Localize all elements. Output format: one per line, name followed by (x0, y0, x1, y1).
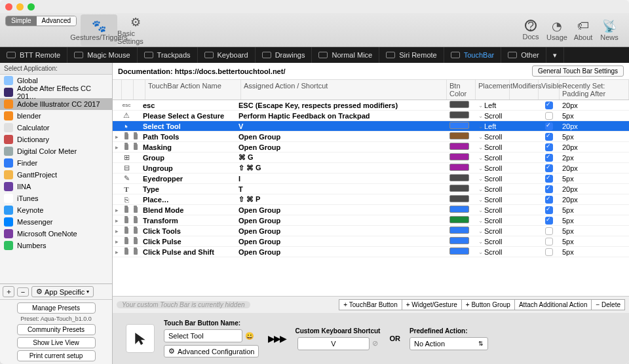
expand-toggle[interactable]: ▸ (113, 207, 122, 213)
row-visible[interactable] (539, 153, 560, 162)
expand-toggle[interactable]: ▸ (113, 249, 122, 255)
app-item[interactable]: iTunes (0, 192, 112, 204)
app-item[interactable]: Digital Color Meter (0, 145, 112, 157)
row-color[interactable] (447, 237, 476, 246)
table-row[interactable]: ⊟Ungroup⇧ ⌘ GScroll20px (113, 163, 629, 173)
table-row[interactable]: ▸Path ToolsOpen GroupScroll5px (113, 132, 629, 142)
app-item[interactable]: Adobe After Effects CC 201… (0, 86, 112, 98)
row-color[interactable] (447, 111, 476, 120)
table-row[interactable]: ▸Click ToolsOpen GroupScroll5px (113, 226, 629, 236)
add-touchbar-button[interactable]: + TouchBar Button (339, 299, 402, 310)
row-placement[interactable]: Scroll (476, 112, 510, 120)
row-placement[interactable]: Scroll (476, 227, 510, 235)
general-settings-button[interactable]: General Touch Bar Settings (532, 65, 624, 77)
device-tab-keyboard[interactable]: Keyboard (198, 47, 256, 63)
row-visible[interactable] (539, 195, 560, 204)
row-placement[interactable]: Scroll (476, 248, 510, 256)
delete-button[interactable]: − Delete (591, 299, 625, 310)
row-color[interactable] (447, 195, 476, 204)
table-row[interactable]: escescESC (Escape Key, respects pressed … (113, 100, 629, 111)
row-color[interactable] (447, 101, 476, 109)
table-row[interactable]: Select ToolVLeft20px (113, 121, 629, 132)
col-action[interactable]: Assigned Action / Shortcut (241, 80, 447, 100)
table-row[interactable]: ⎘Place…⇧ ⌘ PScroll20px (113, 194, 629, 205)
row-visible[interactable] (539, 111, 560, 120)
app-item[interactable]: Dictionary (0, 134, 112, 145)
app-item[interactable]: GanttProject (0, 169, 112, 181)
app-item[interactable]: blender (0, 110, 112, 122)
col-padding[interactable]: Recently Set: Padding After (560, 80, 629, 100)
add-button-group[interactable]: + Button Group (461, 299, 515, 310)
row-placement[interactable]: Scroll (476, 196, 510, 204)
row-visible[interactable] (539, 174, 560, 183)
row-visible[interactable] (539, 143, 560, 151)
minimize-window-icon[interactable] (16, 3, 24, 10)
app-specific-dropdown[interactable]: ⚙ App Specific ▾ (31, 286, 94, 297)
device-tab-btt-remote[interactable]: BTT Remote (0, 47, 67, 63)
row-placement[interactable]: Left (476, 122, 510, 130)
expand-toggle[interactable]: ▸ (113, 144, 122, 151)
row-color[interactable] (447, 216, 476, 225)
table-row[interactable]: TTypeTScroll20px (113, 184, 629, 194)
col-visible[interactable]: Visible (539, 80, 560, 100)
app-item[interactable]: Finder (0, 157, 112, 169)
table-row[interactable]: ⊞Group⌘ GScroll2px (113, 153, 629, 163)
action-rows[interactable]: escescESC (Escape Key, respects pressed … (113, 100, 629, 296)
device-tab-drawings[interactable]: Drawings (256, 47, 313, 63)
row-color[interactable] (447, 227, 476, 235)
basic-settings-tab[interactable]: ⚙ Basic Settings (117, 14, 154, 46)
simple-mode[interactable]: Simple (6, 16, 37, 26)
app-item[interactable]: Numbers (0, 240, 112, 251)
row-color[interactable] (447, 247, 476, 256)
device-tab-normal-mice[interactable]: Normal Mice (312, 47, 379, 63)
row-placement[interactable]: Scroll (476, 133, 510, 141)
device-tab-trackpads[interactable]: Trackpads (138, 47, 198, 63)
table-row[interactable]: ▸Click Pulse and ShiftOpen GroupScroll5p… (113, 247, 629, 257)
row-visible[interactable] (539, 101, 560, 109)
table-row[interactable]: ⚠Please Select a GesturePerform Haptic F… (113, 111, 629, 121)
attach-action-button[interactable]: Attach Additional Action (514, 299, 592, 310)
app-item[interactable]: Keynote (0, 204, 112, 216)
row-color[interactable] (447, 153, 476, 162)
row-visible[interactable] (539, 185, 560, 193)
table-row[interactable]: ▸TransformOpen GroupScroll5px (113, 215, 629, 226)
button-preview-icon[interactable] (126, 324, 155, 353)
remove-app-button[interactable]: − (17, 287, 29, 297)
row-placement[interactable]: Scroll (476, 206, 510, 214)
docs-button[interactable]: ?Docs (518, 14, 544, 46)
about-button[interactable]: 🏷About (570, 14, 596, 46)
expand-toggle[interactable]: ▸ (113, 134, 122, 140)
table-row[interactable]: ▸Click PulseOpen GroupScroll5px (113, 236, 629, 247)
row-color[interactable] (447, 174, 476, 183)
table-row[interactable]: ▸Blend ModeOpen GroupScroll5px (113, 205, 629, 215)
row-visible[interactable] (539, 227, 560, 235)
row-placement[interactable]: Scroll (476, 175, 510, 183)
row-visible[interactable] (539, 247, 560, 256)
row-color[interactable] (447, 143, 476, 151)
news-button[interactable]: 📡News (596, 14, 622, 46)
app-item[interactable]: Messenger (0, 216, 112, 228)
device-tab-magic-mouse[interactable]: Magic Mouse (67, 47, 137, 63)
row-visible[interactable] (539, 216, 560, 225)
row-placement[interactable]: Scroll (476, 217, 510, 225)
table-row[interactable]: ▸MaskingOpen GroupScroll20px (113, 142, 629, 153)
row-placement[interactable]: Scroll (476, 143, 510, 151)
row-placement[interactable]: Scroll (476, 238, 510, 246)
advanced-config-button[interactable]: ⚙ Advanced Configuration (164, 345, 259, 357)
row-color[interactable] (447, 122, 476, 130)
usage-button[interactable]: ◔Usage (544, 14, 570, 46)
col-placement[interactable]: Placement (476, 80, 510, 100)
row-visible[interactable] (539, 206, 560, 214)
close-window-icon[interactable] (5, 3, 12, 10)
device-overflow[interactable]: ▾ (546, 47, 564, 63)
show-live-view-button[interactable]: Show Live View (17, 337, 96, 348)
add-app-button[interactable]: ＋ (3, 286, 14, 297)
app-item[interactable]: Calculator (0, 122, 112, 134)
app-item[interactable]: Microsoft OneNote (0, 228, 112, 240)
row-placement[interactable]: Scroll (476, 164, 510, 172)
button-name-input[interactable] (164, 329, 242, 342)
community-presets-button[interactable]: Community Presets (17, 324, 96, 335)
device-tab-other[interactable]: Other (501, 47, 546, 63)
expand-toggle[interactable]: ▸ (113, 238, 122, 245)
gestures-triggers-tab[interactable]: 🐾 Gestures/Triggers (81, 14, 117, 46)
